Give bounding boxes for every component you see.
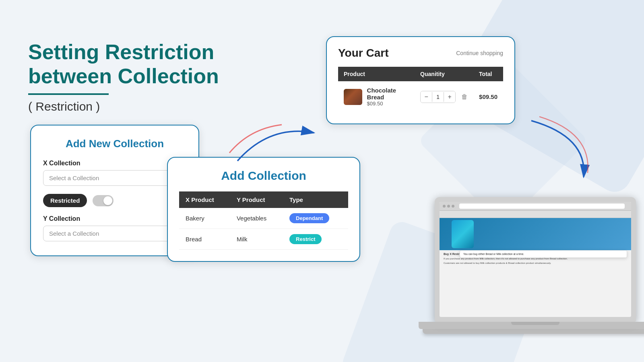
title-underline	[28, 93, 109, 95]
row2-y-product: Milk	[230, 229, 283, 250]
delete-item-icon[interactable]: 🗑	[461, 93, 468, 101]
cart-header: Your Cart Continue shopping	[338, 47, 503, 60]
restricted-toggle[interactable]	[93, 195, 114, 206]
laptop-base	[419, 322, 644, 329]
row2-type: Restrict	[283, 229, 348, 250]
y-collection-section: Y Collection Select a Collection ›	[43, 215, 186, 241]
add-collection-table-title: Add Collection	[179, 169, 348, 183]
cart-title: Your Cart	[338, 47, 389, 60]
table-header-row: X Product Y Product Type	[179, 191, 348, 208]
dependant-badge: Dependant	[289, 213, 329, 223]
row1-y-product: Vegetables	[230, 208, 283, 229]
collection-table: X Product Y Product Type Bakery Vegetabl…	[179, 191, 348, 250]
milk-bag-image	[452, 220, 474, 248]
laptop-bottom	[423, 329, 644, 334]
row2-x-product: Bread	[179, 229, 230, 250]
product-name: Chocolate Bread	[367, 87, 409, 101]
col-header-x-product: X Product	[179, 191, 230, 208]
y-collection-select-wrapper[interactable]: Select a Collection ›	[43, 226, 186, 241]
restricted-label: Restricted	[43, 194, 87, 207]
qty-control-wrapper: − 1 + 🗑	[420, 91, 468, 103]
y-collection-label: Y Collection	[43, 215, 186, 222]
page-title: Setting Restriction between Collection	[28, 40, 221, 88]
table-row: Bread Milk Restrict	[179, 229, 348, 250]
cart-col-product: Product	[338, 67, 415, 81]
product-image-inner	[344, 89, 362, 105]
browser-bar	[440, 202, 631, 211]
cart-product-cell: Chocolate Bread $09.50	[338, 81, 415, 112]
cart-total-cell: $09.50	[473, 81, 503, 112]
product-details: Chocolate Bread $09.50	[367, 87, 409, 107]
cart-col-total: Total	[473, 67, 503, 81]
row1-x-product: Bakery	[179, 208, 230, 229]
qty-control: − 1 +	[420, 91, 456, 103]
laptop-hero	[440, 218, 631, 250]
cart-col-quantity: Quanitity	[415, 67, 473, 81]
col-header-y-product: Y Product	[230, 191, 283, 208]
browser-dot-3	[452, 205, 454, 208]
add-collection-card-title: Add New Collection	[43, 138, 186, 150]
x-collection-select-wrapper[interactable]: Select a Collection ›	[43, 170, 186, 186]
laptop-screen-content: Buy X Restrict Y Demo If you purchase an…	[440, 202, 631, 317]
laptop-text2: Customers are not allowed to buy Milk co…	[444, 261, 627, 265]
cart-card: Your Cart Continue shopping Product Quan…	[326, 36, 515, 124]
cart-total-price: $09.50	[479, 93, 497, 100]
laptop-mockup: Buy X Restrict Y Demo If you purchase an…	[419, 197, 644, 362]
laptop-screen-outer: Buy X Restrict Y Demo If you purchase an…	[435, 197, 636, 322]
page-subtitle: ( Restriction )	[28, 100, 221, 113]
browser-dot-1	[443, 205, 446, 208]
cart-qty-cell: − 1 + 🗑	[415, 81, 473, 112]
product-price: $09.50	[367, 101, 409, 107]
product-image	[344, 89, 362, 105]
laptop-popup-text: You can buy either Bread or Milk collect…	[463, 253, 524, 255]
row1-type: Dependant	[283, 208, 348, 229]
col-header-type: Type	[283, 191, 348, 208]
browser-dot-2	[447, 205, 450, 208]
add-collection-table-card: Add Collection X Product Y Product Type …	[167, 157, 360, 262]
cart-header-row: Product Quanitity Total	[338, 67, 503, 81]
laptop-popup: You can buy either Bread or Milk collect…	[460, 250, 627, 258]
continue-shopping-link[interactable]: Continue shopping	[456, 50, 503, 56]
restricted-toggle-row: Restricted	[43, 194, 186, 207]
arrow-2	[515, 113, 596, 185]
qty-value: 1	[432, 92, 444, 102]
qty-increase-button[interactable]: +	[444, 91, 455, 103]
browser-url-bar	[459, 204, 625, 209]
qty-decrease-button[interactable]: −	[421, 91, 432, 103]
restrict-badge: Restrict	[289, 234, 322, 244]
x-collection-label: X Collection	[43, 160, 186, 167]
title-area: Setting Restriction between Collection (…	[28, 40, 221, 113]
cart-table: Product Quanitity Total Chocolate Bread …	[338, 67, 503, 112]
laptop-screen-inner: Buy X Restrict Y Demo If you purchase an…	[440, 202, 631, 317]
cart-row: Chocolate Bread $09.50 − 1 + 🗑	[338, 81, 503, 112]
product-info: Chocolate Bread $09.50	[344, 87, 409, 107]
laptop-nav	[440, 211, 631, 218]
x-collection-select[interactable]: Select a Collection	[43, 170, 186, 186]
table-row: Bakery Vegetables Dependant	[179, 208, 348, 229]
y-collection-select[interactable]: Select a Collection	[43, 226, 186, 241]
